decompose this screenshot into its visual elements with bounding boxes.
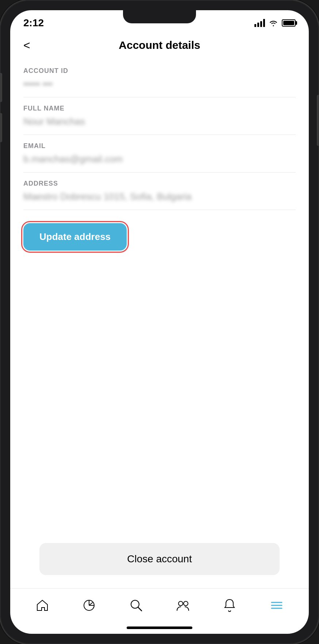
page-title: Account details (119, 39, 200, 51)
full-name-label: FULL NAME (23, 105, 296, 112)
close-account-section: Close account (10, 534, 309, 588)
close-account-button[interactable]: Close account (39, 543, 280, 575)
address-field: ADDRESS Maestro Dobrescu 1015, Sofia, Bu… (23, 172, 296, 210)
svg-point-4 (184, 601, 188, 606)
phone-frame: 2:12 < Account details (0, 0, 319, 644)
nav-notifications[interactable] (216, 594, 243, 616)
home-bar (10, 624, 309, 634)
status-time: 2:12 (23, 17, 44, 29)
power-button (317, 95, 319, 146)
bell-icon (222, 597, 238, 613)
search-icon (128, 597, 144, 613)
header: < Account details (10, 31, 309, 60)
chart-icon (81, 597, 97, 613)
email-field: EMAIL b.manchas@gmail.com (23, 135, 296, 172)
back-button[interactable]: < (23, 38, 35, 53)
nav-home[interactable] (28, 594, 56, 616)
contacts-icon (175, 597, 191, 613)
home-bar-indicator (127, 626, 192, 629)
notch (123, 10, 196, 23)
full-name-value: Nour Manchas (23, 116, 296, 127)
account-id-value: ••••• ••• (23, 78, 296, 90)
account-id-field: ACCOUNT ID ••••• ••• (23, 60, 296, 97)
volume-up-button (0, 73, 2, 102)
battery-icon (282, 19, 296, 27)
fields-area: ACCOUNT ID ••••• ••• FULL NAME Nour Manc… (10, 60, 309, 297)
volume-down-button (0, 113, 2, 142)
nav-menu[interactable] (263, 594, 291, 616)
nav-contacts[interactable] (169, 594, 197, 616)
nav-search[interactable] (122, 594, 150, 616)
menu-icon (269, 597, 285, 613)
account-id-label: ACCOUNT ID (23, 67, 296, 75)
phone-screen: 2:12 < Account details (10, 10, 309, 634)
signal-icon (254, 19, 265, 27)
nav-chart[interactable] (75, 594, 103, 616)
svg-line-2 (138, 607, 142, 611)
home-icon (34, 597, 50, 613)
address-label: ADDRESS (23, 180, 296, 187)
bottom-nav (10, 588, 309, 624)
address-value: Maestro Dobrescu 1015, Sofia, Bulgaria (23, 191, 296, 202)
status-icons (254, 19, 296, 27)
email-label: EMAIL (23, 142, 296, 150)
battery-fill (283, 21, 294, 25)
update-address-button[interactable]: Update address (23, 223, 127, 251)
full-name-field: FULL NAME Nour Manchas (23, 97, 296, 135)
email-value: b.manchas@gmail.com (23, 154, 296, 165)
wifi-icon (269, 19, 278, 27)
svg-point-3 (178, 601, 183, 606)
